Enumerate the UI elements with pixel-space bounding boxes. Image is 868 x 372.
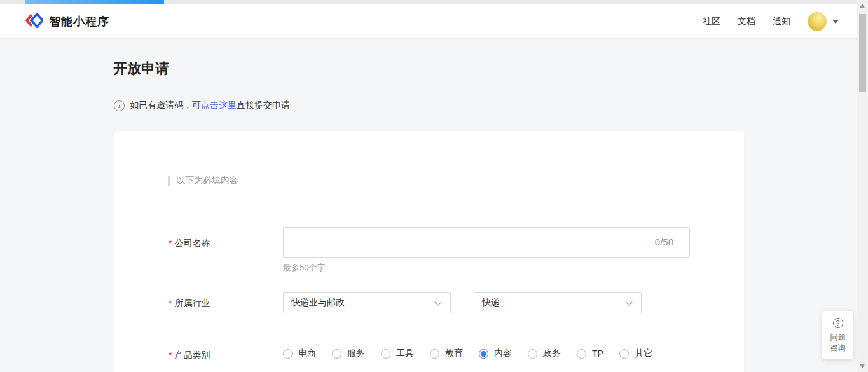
section-title: 以下为必填内容	[176, 175, 238, 186]
notice-text-suffix: 直接提交申请	[237, 100, 290, 111]
tab-loading-bar	[25, 0, 164, 4]
logo-text: 智能小程序	[49, 14, 109, 29]
required-asterisk: *	[169, 350, 172, 360]
radio-circle	[430, 349, 439, 359]
company-name-input-wrap: 0/50	[283, 227, 690, 258]
notice-text-prefix: 如已有邀请码，可	[130, 100, 201, 111]
radio-ecommerce[interactable]: 电商	[283, 348, 316, 359]
smart-miniprogram-logo-icon	[25, 11, 43, 32]
chevron-down-icon[interactable]	[832, 20, 839, 24]
tab-divider	[350, 0, 350, 4]
invite-code-notice: i 如已有邀请码，可点击这里直接提交申请	[114, 100, 290, 111]
category-radio-group: 电商 服务 工具 教育 内容 政务 TP 其它	[283, 348, 668, 359]
help-line-1: 问题	[830, 332, 846, 343]
radio-circle	[381, 349, 390, 359]
info-icon: i	[114, 100, 125, 111]
user-avatar[interactable]	[808, 12, 827, 31]
nav-docs[interactable]: 文档	[738, 16, 755, 27]
company-name-input[interactable]	[284, 228, 689, 257]
scrollbar-down-arrow-icon[interactable]	[860, 364, 865, 368]
section-divider	[167, 193, 689, 193]
scrollbar-thumb[interactable]	[859, 14, 866, 92]
chevron-down-icon	[625, 298, 632, 305]
required-asterisk: *	[169, 238, 172, 248]
section-bar	[168, 176, 170, 186]
radio-education[interactable]: 教育	[430, 348, 463, 359]
radio-circle-selected	[479, 349, 488, 359]
help-line-2: 咨询	[830, 343, 846, 354]
header-nav: 社区 文档 通知	[685, 4, 839, 39]
nav-community[interactable]: 社区	[703, 16, 720, 27]
radio-circle	[619, 349, 629, 359]
radio-circle	[332, 349, 341, 359]
click-here-link[interactable]: 点击这里	[201, 100, 237, 111]
browser-tab-strip	[0, 0, 868, 4]
industry-label: *所属行业	[169, 298, 210, 309]
radio-circle	[283, 349, 293, 359]
radio-tool[interactable]: 工具	[381, 348, 414, 359]
industry-secondary-value: 快递	[482, 297, 500, 308]
question-icon: ?	[833, 318, 843, 328]
scrollbar-up-arrow-icon[interactable]	[860, 4, 865, 8]
radio-circle	[528, 349, 537, 359]
radio-government[interactable]: 政务	[528, 348, 561, 359]
radio-other[interactable]: 其它	[619, 348, 652, 359]
company-name-hint: 最多50个字	[283, 262, 325, 273]
app-header: 智能小程序 社区 文档 通知	[0, 4, 868, 39]
industry-primary-select[interactable]: 快递业与邮政	[283, 292, 451, 313]
radio-service[interactable]: 服务	[332, 348, 365, 359]
application-form-card: 以下为必填内容 *公司名称 0/50 最多50个字 *所属行业 快递业与邮政 快…	[114, 131, 744, 372]
radio-circle	[577, 349, 586, 359]
logo[interactable]: 智能小程序	[25, 11, 109, 32]
company-name-label: *公司名称	[169, 238, 210, 249]
radio-content[interactable]: 内容	[479, 348, 512, 359]
chevron-down-icon	[434, 298, 441, 305]
industry-secondary-select[interactable]: 快递	[474, 292, 642, 313]
vertical-scrollbar[interactable]	[857, 0, 868, 372]
page-title: 开放申请	[113, 59, 169, 78]
radio-tp[interactable]: TP	[577, 348, 603, 359]
char-counter: 0/50	[655, 228, 673, 257]
required-asterisk: *	[169, 298, 172, 308]
required-section-header: 以下为必填内容	[168, 175, 238, 186]
nav-notifications[interactable]: 通知	[773, 16, 790, 27]
industry-primary-value: 快递业与邮政	[291, 297, 345, 308]
help-consult-button[interactable]: ? 问题 咨询	[822, 311, 853, 359]
category-label: *产品类别	[169, 350, 210, 361]
